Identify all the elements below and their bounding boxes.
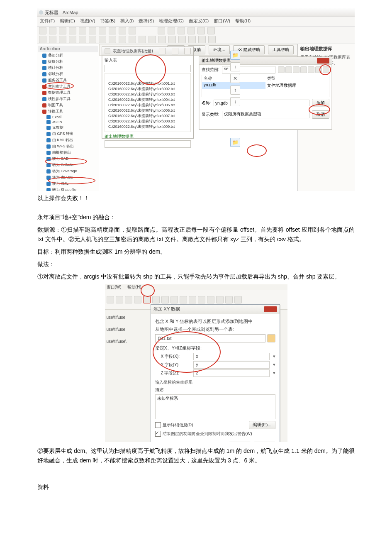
tool-icon[interactable] bbox=[207, 296, 214, 303]
minimize-icon[interactable] bbox=[159, 48, 166, 54]
tree-item[interactable]: 转为 CAD bbox=[38, 156, 98, 162]
tool-icon[interactable] bbox=[216, 296, 224, 303]
name-input[interactable] bbox=[214, 100, 309, 106]
move-down-button[interactable]: ↓ bbox=[230, 97, 240, 106]
tool-icon[interactable] bbox=[225, 296, 233, 303]
add-row-button[interactable]: ＋ bbox=[230, 62, 240, 71]
remove-row-button[interactable]: ✕ bbox=[230, 74, 240, 83]
tool-icon[interactable] bbox=[178, 27, 185, 34]
file-row[interactable]: C:\20160022.6xy\未提前转\yn\txt\007.txt bbox=[108, 113, 189, 119]
tool-icon[interactable] bbox=[152, 296, 160, 303]
tree-item[interactable]: 制图工具 bbox=[38, 102, 98, 108]
browse-button[interactable]: 📁 bbox=[230, 51, 240, 60]
dialog-button[interactable]: 环境... bbox=[209, 45, 229, 54]
show-details-checkbox[interactable] bbox=[155, 422, 161, 428]
tool-icon[interactable] bbox=[69, 36, 76, 43]
tool-icon[interactable] bbox=[161, 296, 169, 303]
input-combo[interactable] bbox=[105, 65, 191, 72]
tool-icon[interactable] bbox=[149, 36, 156, 43]
menu-item[interactable]: 选择(S) bbox=[139, 18, 154, 25]
tool-icon[interactable] bbox=[198, 36, 206, 43]
details-icon[interactable] bbox=[300, 66, 307, 73]
tree-item[interactable]: 提取分析 bbox=[38, 59, 98, 65]
tool-icon[interactable] bbox=[139, 36, 146, 43]
tool-icon[interactable] bbox=[99, 36, 106, 43]
tree-item[interactable]: 由 GPS 转出 bbox=[38, 131, 98, 137]
tool-icon[interactable] bbox=[79, 36, 86, 43]
menu-item[interactable]: 地理处理(G) bbox=[159, 18, 184, 25]
tree-item[interactable]: 转为 Shapefile bbox=[38, 187, 98, 191]
file-row[interactable]: C:\20160022.6xy\未提前转\yn\txt\001.txt bbox=[108, 81, 189, 86]
ok-button[interactable]: 确定 bbox=[229, 442, 251, 442]
move-up-button[interactable]: ↑ bbox=[230, 86, 240, 95]
tool-icon[interactable] bbox=[180, 296, 187, 303]
menu-bar[interactable]: 文件(F)编辑(E)视图(V)书签(B)插入(I)选择(S)地理处理(G)自定义… bbox=[37, 17, 355, 27]
tool-icon[interactable] bbox=[49, 36, 56, 43]
tool-icon[interactable] bbox=[134, 296, 141, 303]
tool-icon[interactable] bbox=[99, 27, 106, 34]
close-icon[interactable] bbox=[264, 306, 277, 312]
tool-icon[interactable] bbox=[119, 36, 126, 43]
tree-item[interactable]: Excel bbox=[38, 115, 98, 120]
menu-item[interactable]: 窗口(W) bbox=[214, 18, 230, 25]
cancel-button[interactable]: 取消 bbox=[254, 442, 275, 442]
tool-icon[interactable] bbox=[187, 27, 195, 34]
tree-item[interactable]: JSON bbox=[38, 120, 98, 125]
toolbar-row-2[interactable] bbox=[37, 35, 355, 44]
y-field-combo[interactable]: y bbox=[193, 361, 270, 369]
up-icon[interactable] bbox=[278, 66, 285, 73]
menu-item[interactable]: 编辑(E) bbox=[60, 18, 75, 25]
tree-item[interactable]: 转为 dBASE bbox=[38, 174, 98, 181]
tool-icon[interactable] bbox=[188, 36, 196, 43]
tool-icon[interactable] bbox=[158, 27, 165, 34]
file-row[interactable]: C:\20160022.6xy\未提前转\yn\txt\006.txt bbox=[108, 108, 189, 113]
tree-item[interactable]: 数据管理工具 bbox=[38, 90, 98, 96]
tool-icon[interactable] bbox=[109, 36, 116, 43]
tool-icon[interactable] bbox=[79, 27, 86, 34]
tool-icon[interactable] bbox=[39, 36, 46, 43]
toc-item[interactable]: use\tif\use bbox=[107, 315, 148, 320]
tool-icon[interactable] bbox=[158, 36, 166, 43]
menu-item[interactable]: 插入(I) bbox=[120, 18, 134, 25]
tree-item[interactable]: 线性参考工具 bbox=[38, 96, 98, 102]
browse-icon[interactable] bbox=[267, 334, 275, 342]
close-icon[interactable] bbox=[317, 58, 329, 64]
tool-icon[interactable] bbox=[59, 27, 66, 34]
tool-icon[interactable] bbox=[178, 36, 186, 43]
menu-bar[interactable]: 窗口(W)帮助(H) bbox=[105, 284, 287, 290]
tree-item[interactable]: 由栅格转出 bbox=[38, 149, 98, 156]
table-combo[interactable]: 001.txt bbox=[155, 334, 265, 342]
tool-icon[interactable] bbox=[168, 27, 175, 34]
file-row[interactable]: C:\20160022.6xy\未提前转\yn\txt\009.txt bbox=[108, 124, 189, 130]
x-field-combo[interactable]: x bbox=[193, 353, 270, 360]
file-row[interactable]: C:\20160022.6xy\未提前转\yn\txt\002.txt bbox=[108, 86, 189, 92]
new-icon[interactable] bbox=[308, 66, 314, 73]
home-icon[interactable] bbox=[285, 66, 292, 73]
menu-item[interactable]: 帮助(H) bbox=[235, 18, 251, 25]
tool-icon[interactable] bbox=[69, 27, 76, 34]
tree-item[interactable]: 转为 Collada bbox=[38, 162, 98, 168]
toc-item[interactable]: use\tif\use\ bbox=[107, 339, 148, 344]
tree-item[interactable]: 统计分析 bbox=[38, 65, 98, 71]
add-button[interactable]: 添加 bbox=[312, 99, 329, 107]
tool-icon[interactable] bbox=[107, 296, 114, 303]
file-row[interactable]: C:\20160022.6xy\未提前转\yn\txt\005.txt bbox=[108, 103, 189, 108]
toc-item[interactable]: use\tif\use bbox=[107, 327, 148, 332]
toolbar-row-1[interactable] bbox=[37, 27, 355, 35]
tool-icon[interactable] bbox=[189, 296, 196, 303]
edit-button[interactable]: 编辑(E)... bbox=[249, 421, 275, 429]
file-table[interactable]: 名称类型 yn.gdb文件地理数据库 bbox=[202, 75, 329, 97]
tree-item[interactable]: 转为 Coverage bbox=[38, 168, 98, 174]
z-field-combo[interactable]: z bbox=[193, 369, 270, 377]
tool-icon[interactable] bbox=[119, 27, 126, 34]
tool-icon[interactable] bbox=[129, 36, 136, 43]
output-combo[interactable] bbox=[105, 140, 191, 148]
tool-icon[interactable] bbox=[129, 27, 136, 34]
menu-item[interactable]: 帮助(H) bbox=[127, 284, 141, 290]
dialog-button[interactable]: 工具帮助 bbox=[268, 45, 294, 54]
tool-icon[interactable] bbox=[125, 296, 132, 303]
tool-icon[interactable] bbox=[168, 36, 176, 43]
maximize-icon[interactable] bbox=[172, 48, 178, 54]
tree-item[interactable]: 由 WFS 转出 bbox=[38, 143, 98, 149]
menu-item[interactable]: 自定义(C) bbox=[189, 18, 209, 25]
